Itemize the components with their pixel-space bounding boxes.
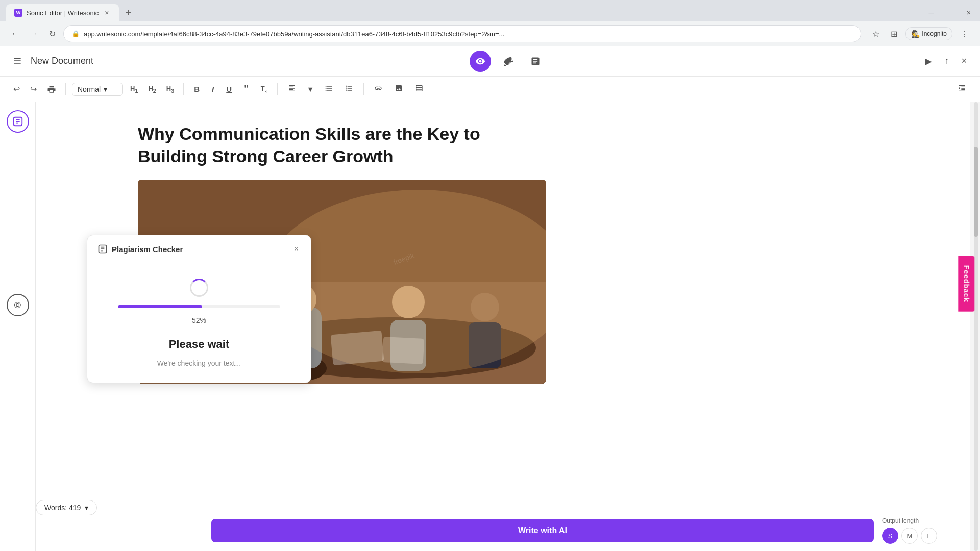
close-browser-button[interactable]: × (964, 7, 974, 19)
format-select-label: Normal (78, 85, 101, 93)
toolbar-divider-1 (65, 83, 66, 95)
right-scrollbar-panel (970, 102, 980, 551)
words-count-area: Words: 419 ▾ (36, 500, 97, 515)
refresh-button[interactable]: ↻ (45, 27, 59, 41)
article-title[interactable]: Why Communication Skills are the Key to … (138, 122, 546, 167)
toolbar-divider-4 (363, 83, 364, 95)
output-length-section: Output length S M L (882, 517, 937, 544)
presentation-button[interactable] (525, 51, 546, 72)
close-app-button[interactable]: × (958, 53, 970, 69)
table-icon (415, 84, 423, 92)
table-button[interactable] (411, 82, 427, 96)
plagiarism-sidebar-button[interactable] (7, 110, 29, 133)
align-dropdown-button[interactable]: ▾ (304, 83, 316, 96)
words-count-dropdown-arrow: ▾ (85, 504, 88, 512)
address-bar[interactable]: 🔒 app.writesonic.com/template/4af66c88-3… (63, 25, 861, 42)
h2-button[interactable]: H2 (145, 83, 159, 96)
plagiarism-popup: Plagiarism Checker × 52% Please wait We'… (87, 235, 311, 383)
incognito-badge: 🕵 Incognito (905, 27, 952, 40)
minimize-button[interactable]: ─ (925, 7, 937, 19)
align-icon (288, 84, 296, 92)
link-button[interactable] (370, 82, 386, 96)
clear-format-button[interactable]: T× (257, 83, 272, 96)
bullet-list-icon (325, 84, 333, 92)
editor-area: Why Communication Skills are the Key to … (36, 102, 970, 551)
please-wait-subtitle: We're checking your text... (157, 359, 241, 367)
output-length-label: Output length (882, 517, 937, 524)
scrollbar-track[interactable] (974, 102, 978, 551)
progress-bar-fill (118, 305, 203, 308)
lock-icon: 🔒 (72, 30, 80, 37)
loading-spinner (190, 279, 208, 297)
incognito-label: Incognito (922, 30, 947, 37)
size-s-button[interactable]: S (882, 528, 898, 544)
format-select[interactable]: Normal ▾ (72, 83, 123, 96)
popup-title: Plagiarism Checker (112, 245, 183, 254)
indent-left-button[interactable] (953, 82, 970, 96)
popup-header: Plagiarism Checker × (87, 235, 311, 263)
forward-button[interactable]: → (27, 27, 41, 41)
print-button[interactable] (44, 83, 59, 96)
redo-button[interactable]: ↪ (27, 82, 40, 96)
plagiarism-popup-icon (97, 244, 108, 254)
plagiarism-icon (12, 116, 23, 127)
align-button[interactable] (284, 82, 300, 96)
undo-button[interactable]: ↩ (10, 82, 23, 96)
indent-left-icon (958, 84, 966, 92)
left-sidebar: © (0, 102, 36, 551)
toolbar-divider-3 (277, 83, 278, 95)
star-button[interactable]: ☆ (869, 27, 883, 41)
output-length-buttons: S M L (882, 528, 937, 544)
link-icon (374, 84, 382, 92)
h1-button[interactable]: H1 (127, 83, 141, 96)
popup-header-left: Plagiarism Checker (97, 244, 183, 254)
quote-button[interactable]: " (240, 82, 253, 96)
size-m-button[interactable]: M (901, 528, 918, 544)
words-count-label: Words: 419 (44, 504, 81, 512)
feedback-button[interactable]: Feedback (959, 256, 975, 312)
format-dropdown-arrow: ▾ (104, 85, 107, 93)
play-button[interactable]: ▶ (922, 53, 935, 70)
hamburger-button[interactable]: ☰ (10, 53, 24, 70)
grammarly-sidebar-button[interactable]: © (7, 294, 29, 316)
underline-button[interactable]: U (222, 83, 236, 95)
tab-favicon: W (14, 9, 22, 17)
grammarly-icon: © (14, 300, 21, 311)
rocket-button[interactable] (497, 51, 519, 72)
toolbar-divider-2 (183, 83, 184, 95)
write-with-ai-button[interactable]: Write with AI (211, 519, 874, 542)
words-count-button[interactable]: Words: 419 ▾ (36, 500, 97, 515)
eye-button[interactable] (470, 51, 491, 72)
numbered-list-button[interactable] (341, 82, 357, 96)
extensions-button[interactable]: ⊞ (888, 27, 900, 41)
popup-body: 52% Please wait We're checking your text… (87, 263, 311, 383)
image-icon (395, 84, 403, 92)
browser-menu-button[interactable]: ⋮ (958, 27, 972, 41)
share-button[interactable]: ↑ (941, 53, 952, 69)
progress-percent: 52% (192, 316, 206, 324)
document-title: New Document (31, 56, 93, 66)
rocket-icon (503, 56, 513, 66)
size-l-button[interactable]: L (921, 528, 937, 544)
bottom-write-container: Write with AI Output length S M L (199, 510, 949, 551)
tab-title: Sonic Editor | Writesonic (27, 9, 99, 17)
h3-button[interactable]: H3 (163, 83, 177, 96)
popup-close-button[interactable]: × (292, 242, 301, 256)
url-text: app.writesonic.com/template/4af66c88-34c… (84, 30, 852, 38)
bold-button[interactable]: B (190, 83, 204, 95)
image-button[interactable] (390, 82, 407, 96)
please-wait-title: Please wait (169, 338, 230, 351)
new-tab-button[interactable]: + (121, 6, 135, 20)
numbered-list-icon (345, 84, 353, 92)
presentation-icon (530, 56, 541, 66)
italic-button[interactable]: I (208, 83, 218, 95)
progress-bar (118, 305, 280, 308)
scrollbar-thumb[interactable] (974, 147, 978, 237)
feedback-tab-container: Feedback (959, 256, 975, 312)
browser-tab[interactable]: W Sonic Editor | Writesonic × (6, 4, 119, 21)
restore-button[interactable]: □ (945, 7, 955, 19)
tab-close-button[interactable]: × (103, 8, 111, 18)
print-icon (47, 85, 56, 94)
back-button[interactable]: ← (8, 27, 22, 41)
bullet-list-button[interactable] (321, 82, 337, 96)
